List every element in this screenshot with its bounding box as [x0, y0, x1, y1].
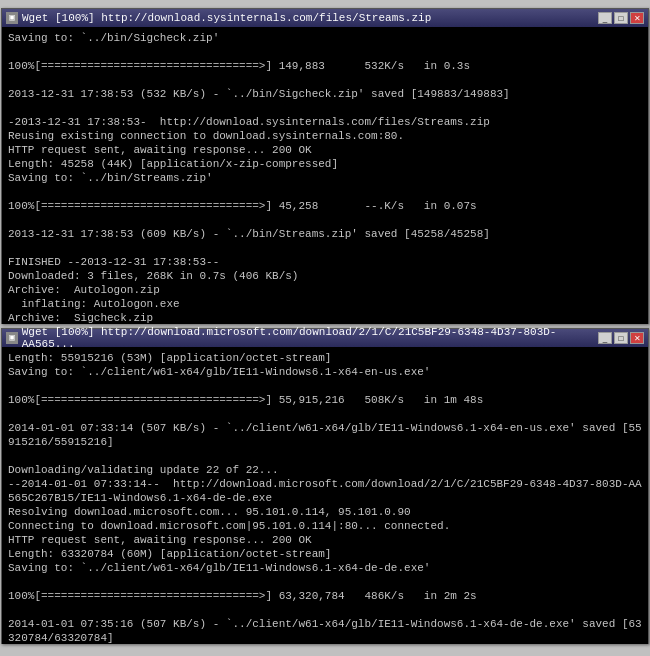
terminal-line — [8, 603, 642, 617]
terminal-line: HTTP request sent, awaiting response... … — [8, 533, 642, 547]
terminal-line: inflating: Autologon.exe — [8, 297, 642, 311]
top-window: ▣ Wget [100%] http://download.sysinterna… — [1, 8, 649, 324]
terminal-line: -2013-12-31 17:38:53- http://download.sy… — [8, 115, 642, 129]
bottom-window-icon: ▣ — [6, 332, 18, 344]
terminal-line: Saving to: `../bin/Streams.zip' — [8, 171, 642, 185]
top-terminal: Saving to: `../bin/Sigcheck.zip' 100%[==… — [2, 27, 648, 324]
bottom-window-title: Wget [100%] http://download.microsoft.co… — [22, 326, 598, 350]
terminal-line — [8, 407, 642, 421]
terminal-line: Archive: Sigcheck.zip — [8, 311, 642, 324]
terminal-line: FINISHED --2013-12-31 17:38:53-- — [8, 255, 642, 269]
terminal-line: Resolving download.microsoft.com... 95.1… — [8, 505, 642, 519]
terminal-line — [8, 241, 642, 255]
terminal-line: 100%[=================================>]… — [8, 393, 642, 407]
terminal-line — [8, 185, 642, 199]
top-window-title-area: ▣ Wget [100%] http://download.sysinterna… — [6, 12, 431, 24]
terminal-line: 100%[=================================>]… — [8, 199, 642, 213]
bottom-maximize-button[interactable]: □ — [614, 332, 628, 344]
terminal-line: 100%[=================================>]… — [8, 59, 642, 73]
terminal-line — [8, 213, 642, 227]
top-close-button[interactable]: ✕ — [630, 12, 644, 24]
terminal-line: Length: 63320784 (60M) [application/octe… — [8, 547, 642, 561]
terminal-line — [8, 73, 642, 87]
top-window-controls: _ □ ✕ — [598, 12, 644, 24]
bottom-window-titlebar: ▣ Wget [100%] http://download.microsoft.… — [2, 329, 648, 347]
top-maximize-button[interactable]: □ — [614, 12, 628, 24]
top-window-icon: ▣ — [6, 12, 18, 24]
terminal-line: 2014-01-01 07:35:16 (507 KB/s) - `../cli… — [8, 617, 642, 644]
terminal-line: Length: 45258 (44K) [application/x-zip-c… — [8, 157, 642, 171]
terminal-line: Saving to: `../bin/Sigcheck.zip' — [8, 31, 642, 45]
bottom-window-controls: _ □ ✕ — [598, 332, 644, 344]
terminal-line: Saving to: `../client/w61-x64/glb/IE11-W… — [8, 561, 642, 575]
top-window-titlebar: ▣ Wget [100%] http://download.sysinterna… — [2, 9, 648, 27]
terminal-line: 2013-12-31 17:38:53 (609 KB/s) - `../bin… — [8, 227, 642, 241]
terminal-line: Connecting to download.microsoft.com|95.… — [8, 519, 642, 533]
terminal-line: Reusing existing connection to download.… — [8, 129, 642, 143]
terminal-line: Length: 55915216 (53M) [application/octe… — [8, 351, 642, 365]
terminal-line: Downloaded: 3 files, 268K in 0.7s (406 K… — [8, 269, 642, 283]
terminal-line: 100%[=================================>]… — [8, 589, 642, 603]
terminal-line: Saving to: `../client/w61-x64/glb/IE11-W… — [8, 365, 642, 379]
terminal-line — [8, 101, 642, 115]
top-minimize-button[interactable]: _ — [598, 12, 612, 24]
terminal-line: --2014-01-01 07:33:14-- http://download.… — [8, 477, 642, 505]
terminal-line — [8, 379, 642, 393]
bottom-minimize-button[interactable]: _ — [598, 332, 612, 344]
terminal-line: Downloading/validating update 22 of 22..… — [8, 463, 642, 477]
terminal-line — [8, 575, 642, 589]
bottom-window-title-area: ▣ Wget [100%] http://download.microsoft.… — [6, 326, 598, 350]
top-window-title: Wget [100%] http://download.sysinternals… — [22, 12, 431, 24]
terminal-line: 2013-12-31 17:38:53 (532 KB/s) - `../bin… — [8, 87, 642, 101]
bottom-terminal: Length: 55915216 (53M) [application/octe… — [2, 347, 648, 644]
bottom-close-button[interactable]: ✕ — [630, 332, 644, 344]
terminal-line — [8, 449, 642, 463]
terminal-line: 2014-01-01 07:33:14 (507 KB/s) - `../cli… — [8, 421, 642, 449]
terminal-line: HTTP request sent, awaiting response... … — [8, 143, 642, 157]
terminal-line — [8, 45, 642, 59]
terminal-line: Archive: Autologon.zip — [8, 283, 642, 297]
bottom-window: ▣ Wget [100%] http://download.microsoft.… — [1, 328, 649, 644]
desktop: ▣ Wget [100%] http://download.sysinterna… — [0, 0, 650, 652]
